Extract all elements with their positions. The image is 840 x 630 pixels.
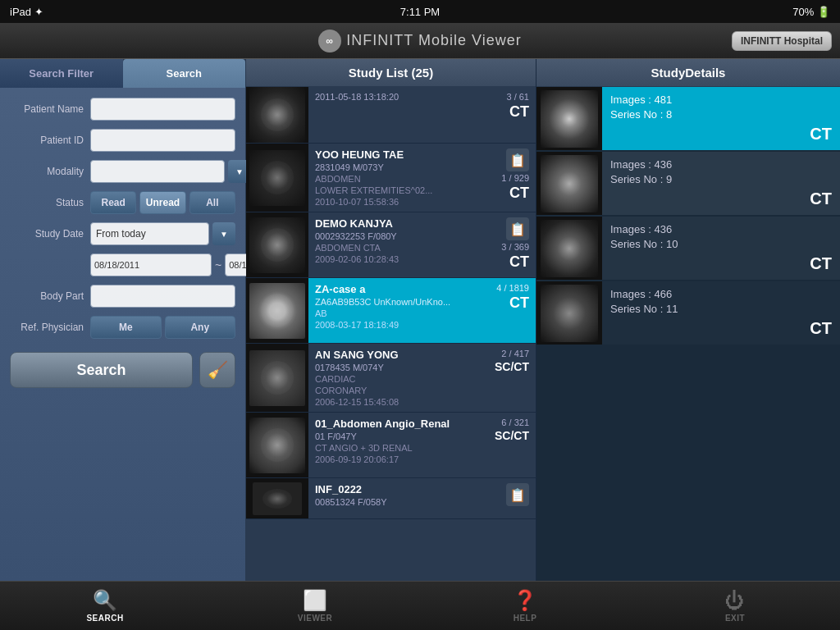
body-part-input[interactable] (90, 285, 235, 308)
patient-name-text: 01_Abdomen Angio_Renal (315, 418, 482, 430)
status-label: Status (10, 197, 84, 208)
study-modality-text: SC/CT (495, 360, 529, 373)
ct-image (249, 283, 305, 339)
study-item[interactable]: INF_0222 00851324 F/058Y 📋 (246, 478, 536, 519)
ct-image (253, 482, 302, 515)
patient-id-text: 01 F/047Y (315, 431, 482, 441)
body-part-label: Body Part (10, 290, 84, 302)
ref-physician-label: Ref. Physician (10, 322, 84, 333)
detail-info: Images : 436 Series No : 10 (602, 217, 801, 280)
detail-item[interactable]: Images : 481 Series No : 8 CT (536, 87, 840, 151)
clear-button[interactable]: 🧹 (199, 352, 235, 388)
study-meta: 📋 (500, 478, 536, 518)
status-unread-button[interactable]: Unread (139, 191, 185, 214)
broom-icon: 🧹 (208, 360, 228, 380)
app-logo: ∞ INFINITT Mobile Viewer (318, 30, 521, 52)
nav-viewer-label: VIEWER (298, 614, 332, 623)
study-info: AN SANG YONG 0178435 M/074Y CARDIAC CORO… (308, 344, 488, 412)
series-number: Series No : 9 (610, 173, 793, 185)
status-all-button[interactable]: All (189, 191, 235, 214)
hospital-button[interactable]: INFINITT Hospital (732, 31, 832, 51)
date-separator: ~ (215, 258, 221, 272)
study-details-header: StudyDetails (536, 59, 840, 87)
nav-viewer[interactable]: ⬜ VIEWER (210, 584, 420, 628)
search-actions: Search 🧹 (10, 352, 235, 388)
status-read-button[interactable]: Read (90, 191, 136, 214)
patient-id-text: 00851324 F/058Y (315, 497, 493, 507)
study-item[interactable]: YOO HEUNG TAE 2831049 M/073Y ABDOMEN LOW… (246, 144, 536, 212)
date-dropdown-arrow[interactable]: ▼ (212, 222, 235, 245)
detail-item[interactable]: Images : 466 Series No : 11 CT (536, 281, 840, 345)
study-date-label: Study Date (10, 228, 84, 240)
report-icon: 📋 (506, 483, 529, 506)
date-from-input[interactable] (90, 253, 212, 276)
patient-name-input[interactable] (90, 98, 235, 121)
search-button[interactable]: Search (10, 352, 193, 388)
detail-thumbnail (536, 152, 602, 215)
study-item[interactable]: 01_Abdomen Angio_Renal 01 F/047Y CT ANGI… (246, 413, 536, 478)
ref-any-button[interactable]: Any (165, 316, 236, 339)
detail-info: Images : 436 Series No : 9 (602, 152, 801, 215)
study-thumbnail (246, 278, 308, 343)
report-icon: 📋 (506, 217, 529, 240)
ref-me-button[interactable]: Me (90, 316, 162, 339)
patient-id-text: 0178435 M/074Y (315, 363, 482, 372)
search-form: Patient Name Patient ID Modality ▼ Statu… (0, 88, 245, 398)
tab-search[interactable]: Search (123, 59, 246, 88)
patient-id-input[interactable] (90, 129, 235, 152)
images-count: Images : 466 (610, 288, 793, 300)
modality-label: Modality (10, 166, 84, 177)
study-info: INF_0222 00851324 F/058Y (308, 478, 500, 518)
middle-panel: Study List (25) 2011-05-18 13:18:20 3 / … (246, 59, 536, 581)
detail-modality-text: CT (801, 248, 840, 280)
modality-input[interactable] (90, 160, 225, 183)
nav-search[interactable]: 🔍 SEARCH (0, 584, 210, 628)
study-list: 2011-05-18 13:18:20 3 / 61 CT YOO HEUNG … (246, 87, 536, 581)
study-date-text: 2008-03-17 18:18:49 (315, 320, 483, 330)
study-meta: 2 / 417 SC/CT (488, 344, 536, 412)
study-body-text: CT ANGIO + 3D RENAL (315, 443, 482, 453)
nav-exit[interactable]: ⏻ EXIT (630, 584, 840, 628)
left-panel: Search Filter Search Patient Name Patien… (0, 59, 246, 581)
study-info: ZA-case a ZA6AB9B53C UnKnown/UnKno... AB… (308, 278, 490, 343)
ct-image (249, 87, 305, 143)
nav-search-label: SEARCH (86, 614, 123, 623)
ct-image (249, 217, 305, 273)
study-date-text: 2006-12-15 15:45:08 (315, 397, 482, 407)
study-body-text: CARDIAC (315, 374, 482, 384)
logo-icon: ∞ (318, 30, 341, 52)
study-meta: 📋 1 / 929 CT (495, 144, 536, 212)
study-meta: 📋 3 / 369 CT (495, 212, 536, 277)
study-date-text: 2009-02-06 10:28:43 (315, 254, 488, 264)
ct-image (249, 150, 305, 206)
study-thumbnail (246, 87, 308, 143)
images-count: Images : 481 (610, 94, 793, 106)
study-thumbnail (246, 144, 308, 212)
study-info: DEMO KANJYA 0002932253 F/080Y ABDOMEN CT… (308, 212, 495, 277)
series-number: Series No : 8 (610, 108, 793, 121)
study-meta: 3 / 61 CT (500, 87, 536, 143)
study-count-text: 4 / 1819 (496, 283, 529, 293)
patient-id-text: 0002932253 F/080Y (315, 231, 488, 241)
detail-modality-text: CT (801, 118, 840, 150)
date-dropdown-select[interactable]: From today (90, 222, 209, 245)
tab-search-filter[interactable]: Search Filter (0, 59, 123, 88)
status-left: iPad ✦ (10, 6, 43, 18)
study-count-text: 3 / 61 (506, 92, 529, 102)
study-count-text: 3 / 369 (501, 242, 529, 252)
detail-ct-image (541, 220, 598, 277)
detail-thumbnail (536, 217, 602, 280)
study-item[interactable]: ZA-case a ZA6AB9B53C UnKnown/UnKno... AB… (246, 278, 536, 344)
study-item[interactable]: 2011-05-18 13:18:20 3 / 61 CT (246, 87, 536, 144)
study-count-text: 6 / 321 (501, 418, 529, 427)
nav-exit-label: EXIT (725, 614, 745, 623)
study-item[interactable]: AN SANG YONG 0178435 M/074Y CARDIAC CORO… (246, 344, 536, 413)
nav-help-label: HELP (514, 614, 537, 623)
patient-id-row: Patient ID (10, 129, 235, 152)
status-row: Status Read Unread All (10, 191, 235, 214)
detail-item[interactable]: Images : 436 Series No : 9 CT (536, 152, 840, 216)
series-number: Series No : 10 (610, 238, 793, 250)
nav-help[interactable]: ❓ HELP (420, 584, 630, 628)
detail-item[interactable]: Images : 436 Series No : 10 CT (536, 217, 840, 281)
study-item[interactable]: DEMO KANJYA 0002932253 F/080Y ABDOMEN CT… (246, 212, 536, 278)
